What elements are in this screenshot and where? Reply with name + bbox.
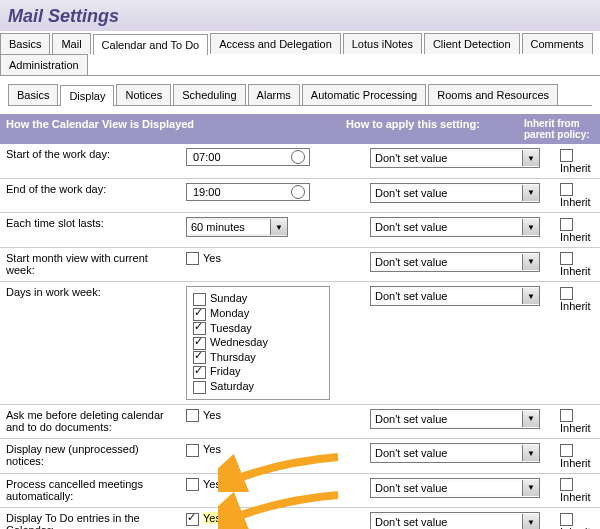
sub-tab-basics[interactable]: Basics <box>8 84 58 105</box>
inherit-checkbox-askdel[interactable] <box>560 409 573 422</box>
sub-tab-display[interactable]: Display <box>60 85 114 106</box>
label-start-day: Start of the work day: <box>0 144 180 178</box>
settings-table: Start of the work day: 07:00 Don't set v… <box>0 144 600 529</box>
apply-select-startmonth[interactable]: Don't set value▼ <box>370 252 540 272</box>
inherit-checkbox-dispnew[interactable] <box>560 444 573 457</box>
main-tab-lotus-inotes[interactable]: Lotus iNotes <box>343 33 422 54</box>
day-checkbox-thursday[interactable] <box>193 351 206 364</box>
day-label: Monday <box>210 307 249 319</box>
askdel-checkbox[interactable] <box>186 409 199 422</box>
apply-select-start[interactable]: Don't set value▼ <box>370 148 540 168</box>
section-header: How the Calendar View is Displayed How t… <box>0 114 600 144</box>
day-checkbox-friday[interactable] <box>193 366 206 379</box>
apply-select-proccancel[interactable]: Don't set value▼ <box>370 478 540 498</box>
apply-select-days[interactable]: Don't set value▼ <box>370 286 540 306</box>
apply-select-askdel[interactable]: Don't set value▼ <box>370 409 540 429</box>
chevron-down-icon: ▼ <box>522 185 539 201</box>
inherit-checkbox-startmonth[interactable] <box>560 252 573 265</box>
inherit-checkbox-slot[interactable] <box>560 218 573 231</box>
main-tab-access-and-delegation[interactable]: Access and Delegation <box>210 33 341 54</box>
day-label: Wednesday <box>210 336 268 348</box>
sub-tab-automatic-processing[interactable]: Automatic Processing <box>302 84 426 105</box>
inherit-checkbox-end[interactable] <box>560 183 573 196</box>
sub-tabs: BasicsDisplayNoticesSchedulingAlarmsAuto… <box>8 84 592 106</box>
page-title: Mail Settings <box>8 6 592 27</box>
slot-select[interactable]: 60 minutes▼ <box>186 217 288 237</box>
day-checkbox-sunday[interactable] <box>193 293 206 306</box>
label-proccancel: Process cancelled meetings automatically… <box>0 473 180 508</box>
apply-select-disptodo[interactable]: Don't set value▼ <box>370 512 540 529</box>
chevron-down-icon: ▼ <box>522 514 539 529</box>
label-startmonth: Start month view with current week: <box>0 247 180 282</box>
chevron-down-icon: ▼ <box>270 219 287 235</box>
label-days: Days in work week: <box>0 282 180 404</box>
sub-tab-rooms-and-resources[interactable]: Rooms and Resources <box>428 84 558 105</box>
section-col1: How the Calendar View is Displayed <box>6 118 346 140</box>
dispnew-checkbox[interactable] <box>186 444 199 457</box>
inherit-checkbox-proccancel[interactable] <box>560 478 573 491</box>
day-checkbox-saturday[interactable] <box>193 381 206 394</box>
start-time-input[interactable]: 07:00 <box>186 148 310 166</box>
section-col2: How to apply this setting: <box>346 118 524 140</box>
clock-icon <box>291 150 305 164</box>
inherit-checkbox-days[interactable] <box>560 287 573 300</box>
apply-select-end[interactable]: Don't set value▼ <box>370 183 540 203</box>
chevron-down-icon: ▼ <box>522 480 539 496</box>
main-tab-client-detection[interactable]: Client Detection <box>424 33 520 54</box>
day-checkbox-monday[interactable] <box>193 308 206 321</box>
main-tabs: BasicsMailCalendar and To DoAccess and D… <box>0 33 600 76</box>
proccancel-checkbox[interactable] <box>186 478 199 491</box>
clock-icon <box>291 185 305 199</box>
chevron-down-icon: ▼ <box>522 288 539 304</box>
day-label: Sunday <box>210 292 247 304</box>
day-label: Saturday <box>210 380 254 392</box>
inherit-checkbox-start[interactable] <box>560 149 573 162</box>
section-col3: Inherit from parent policy: <box>524 118 594 140</box>
label-disptodo: Display To Do entries in the Calendar: <box>0 508 180 529</box>
main-tab-mail[interactable]: Mail <box>52 33 90 54</box>
apply-select-dispnew[interactable]: Don't set value▼ <box>370 443 540 463</box>
chevron-down-icon: ▼ <box>522 445 539 461</box>
label-end-day: End of the work day: <box>0 178 180 213</box>
sub-tab-alarms[interactable]: Alarms <box>248 84 300 105</box>
disptodo-yes: Yes <box>203 512 221 524</box>
day-checkbox-tuesday[interactable] <box>193 322 206 335</box>
main-tab-calendar-and-to-do[interactable]: Calendar and To Do <box>93 34 209 55</box>
label-slot: Each time slot lasts: <box>0 213 180 248</box>
chevron-down-icon: ▼ <box>522 411 539 427</box>
days-listbox[interactable]: SundayMondayTuesdayWednesdayThursdayFrid… <box>186 286 330 399</box>
main-tab-basics[interactable]: Basics <box>0 33 50 54</box>
chevron-down-icon: ▼ <box>522 219 539 235</box>
end-time-input[interactable]: 19:00 <box>186 183 310 201</box>
label-dispnew: Display new (unprocessed) notices: <box>0 439 180 474</box>
day-label: Thursday <box>210 351 256 363</box>
label-askdel: Ask me before deleting calendar and to d… <box>0 404 180 439</box>
day-label: Tuesday <box>210 322 252 334</box>
sub-tab-notices[interactable]: Notices <box>116 84 171 105</box>
inherit-checkbox-disptodo[interactable] <box>560 513 573 526</box>
main-tab-comments[interactable]: Comments <box>522 33 593 54</box>
day-label: Friday <box>210 365 241 377</box>
main-tab-administration[interactable]: Administration <box>0 54 88 75</box>
disptodo-checkbox[interactable] <box>186 513 199 526</box>
sub-tab-scheduling[interactable]: Scheduling <box>173 84 245 105</box>
day-checkbox-wednesday[interactable] <box>193 337 206 350</box>
chevron-down-icon: ▼ <box>522 150 539 166</box>
chevron-down-icon: ▼ <box>522 254 539 270</box>
startmonth-checkbox[interactable] <box>186 252 199 265</box>
apply-select-slot[interactable]: Don't set value▼ <box>370 217 540 237</box>
